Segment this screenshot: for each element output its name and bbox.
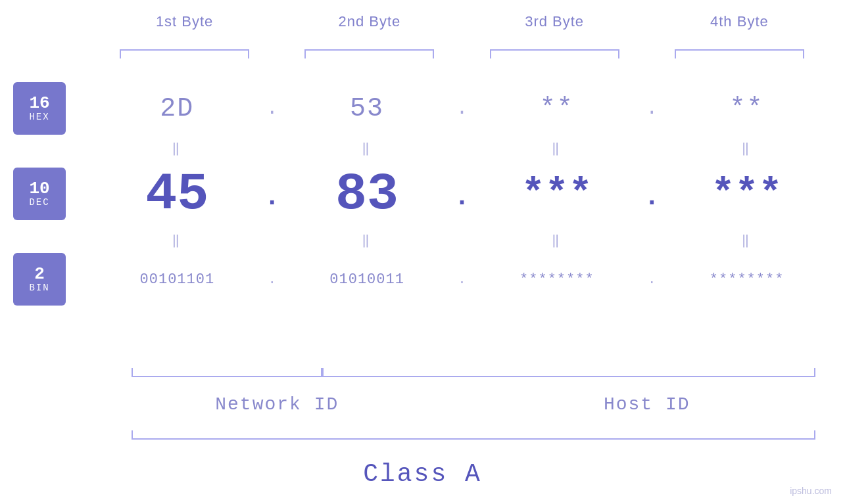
byte1-header: 1st Byte — [92, 13, 277, 30]
hex-label: HEX — [29, 112, 49, 122]
bracket1-line — [120, 49, 249, 58]
eq1-1: ‖ — [92, 140, 262, 156]
host-id-bracket — [322, 368, 815, 377]
eq1-3: ‖ — [472, 140, 642, 156]
bin-val4: ******** — [710, 271, 785, 288]
bin-val2: 01010011 — [329, 271, 404, 288]
hex-dot3: . — [642, 97, 662, 120]
dec-cell4: *** — [662, 172, 832, 216]
bin-num: 2 — [34, 265, 45, 283]
host-id-label: Host ID — [604, 394, 690, 415]
bin-cell4: ******** — [662, 271, 832, 288]
bin-dot3: . — [642, 272, 662, 287]
bin-row: 00101101 . 01010011 . ******** . *******… — [92, 250, 832, 309]
bin-cell1: 00101101 — [92, 271, 262, 288]
dec-row: 45 . 83 . *** . *** — [92, 158, 832, 230]
equals-row1: ‖ ‖ ‖ ‖ — [92, 138, 832, 158]
network-id-area: Network ID — [92, 394, 462, 415]
bracket2 — [277, 49, 462, 58]
hex-num: 16 — [29, 95, 49, 112]
dec-val2: 83 — [335, 164, 398, 224]
bin-cell2: 01010011 — [282, 271, 452, 288]
bracket2-line — [304, 49, 434, 58]
hex-val2: 53 — [350, 94, 384, 124]
bin-badge: 2 BIN — [13, 253, 66, 306]
bracket1 — [92, 49, 277, 58]
dec-dot1: . — [262, 183, 282, 212]
hex-val4: ** — [730, 94, 764, 124]
dec-cell3: *** — [472, 172, 642, 216]
hex-cell2: 53 — [282, 94, 452, 124]
main-container: 1st Byte 2nd Byte 3rd Byte 4th Byte 16 H… — [0, 0, 845, 504]
dec-cell2: 83 — [282, 164, 452, 224]
bracket4 — [647, 49, 832, 58]
equals-row2: ‖ ‖ ‖ ‖ — [92, 230, 832, 250]
dec-val3: *** — [521, 172, 592, 216]
network-id-label: Network ID — [215, 394, 339, 415]
eq1-4: ‖ — [662, 140, 832, 156]
bin-dot2: . — [452, 272, 472, 287]
byte4-header: 4th Byte — [647, 13, 832, 30]
byte2-header: 2nd Byte — [277, 13, 462, 30]
bracket4-line — [675, 49, 804, 58]
top-brackets — [92, 49, 832, 58]
dec-val1: 45 — [145, 164, 208, 224]
dec-val4: *** — [712, 172, 783, 216]
class-a-bracket — [132, 430, 815, 440]
eq2-3: ‖ — [472, 232, 642, 248]
bracket3-line — [490, 49, 619, 58]
byte-headers: 1st Byte 2nd Byte 3rd Byte 4th Byte — [92, 13, 832, 30]
byte3-header: 3rd Byte — [462, 13, 647, 30]
hex-dot2: . — [452, 97, 472, 120]
bin-cell3: ******** — [472, 271, 642, 288]
dec-label: DEC — [29, 197, 49, 208]
bin-label: BIN — [29, 283, 49, 293]
eq1-2: ‖ — [282, 140, 452, 156]
class-a-label: Class A — [0, 460, 845, 488]
dec-dot2: . — [452, 183, 472, 212]
bracket3 — [462, 49, 647, 58]
bin-val1: 00101101 — [140, 271, 215, 288]
hex-row: 2D . 53 . ** . ** — [92, 79, 832, 138]
dec-badge: 10 DEC — [13, 168, 66, 220]
dec-cell1: 45 — [92, 164, 262, 224]
dec-dot3: . — [642, 183, 662, 212]
eq2-1: ‖ — [92, 232, 262, 248]
eq2-2: ‖ — [282, 232, 452, 248]
bin-dot1: . — [262, 272, 282, 287]
hex-val1: 2D — [160, 94, 194, 124]
hex-cell4: ** — [662, 94, 832, 124]
hex-dot1: . — [262, 97, 282, 120]
host-id-area: Host ID — [462, 394, 833, 415]
hex-badge: 16 HEX — [13, 82, 66, 135]
rows-container: 2D . 53 . ** . ** ‖ ‖ ‖ ‖ — [92, 79, 832, 309]
hex-cell3: ** — [472, 94, 642, 124]
network-id-bracket — [132, 368, 322, 377]
bin-val3: ******** — [519, 271, 594, 288]
eq2-4: ‖ — [662, 232, 832, 248]
dec-num: 10 — [29, 180, 49, 197]
watermark: ipshu.com — [790, 486, 832, 496]
hex-val3: ** — [540, 94, 574, 124]
id-labels-row: Network ID Host ID — [92, 394, 832, 415]
hex-cell1: 2D — [92, 94, 262, 124]
